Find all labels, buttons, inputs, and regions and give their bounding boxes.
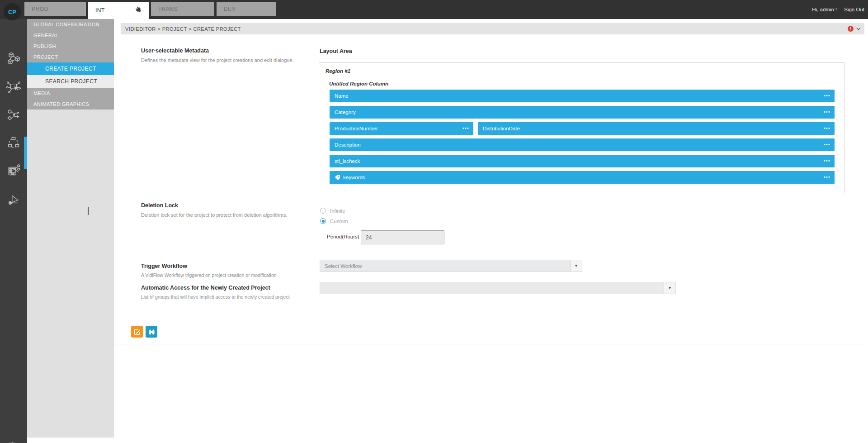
edit-button[interactable] bbox=[131, 326, 143, 338]
dropdown-arrow-icon[interactable]: ▼ bbox=[664, 282, 675, 294]
tag-icon bbox=[335, 175, 340, 181]
form-bottom-divider bbox=[114, 344, 864, 344]
trigger-workflow-title: Trigger Workflow bbox=[141, 263, 187, 269]
deletion-lock-title: Deletion Lock bbox=[141, 202, 178, 209]
env-tab-trans[interactable]: TRANS bbox=[151, 2, 214, 16]
nav-item-animated-graphics[interactable]: ANIMATED GRAPHICS bbox=[27, 99, 114, 110]
auto-access-title: Automatic Access for the Newly Created P… bbox=[141, 285, 270, 291]
top-bar: CP PROD INT TRANS DEV Hi, admin ! Sign O… bbox=[0, 0, 868, 19]
env-tab-dev-label: DEV bbox=[224, 6, 236, 12]
nav-item-global-configuration[interactable]: GLOBAL CONFIGURATION bbox=[27, 19, 114, 30]
nav-item-publish[interactable]: PUBLISH bbox=[27, 41, 114, 52]
error-badge[interactable]: ! bbox=[848, 26, 854, 32]
field-label: ProductionNumber bbox=[335, 126, 378, 131]
region-column-title: Untitled Region Column bbox=[329, 81, 388, 86]
field-menu-dots-icon[interactable] bbox=[824, 93, 830, 98]
metadata-field-stl-ischeck[interactable]: stl_ischeck bbox=[330, 155, 835, 167]
nav-item-search-project[interactable]: SEARCH PROJECT bbox=[27, 75, 114, 88]
field-label: Category bbox=[335, 110, 356, 115]
nav-item-general[interactable]: GENERAL bbox=[27, 30, 114, 41]
field-label: keywords bbox=[343, 175, 365, 180]
radio-custom[interactable] bbox=[320, 218, 326, 224]
trigger-workflow-description: A VidiFlow Workflow triggered on project… bbox=[141, 272, 277, 278]
panel-resize-handle[interactable] bbox=[88, 207, 89, 215]
distribution-cycle-icon[interactable] bbox=[6, 135, 21, 150]
field-label: Name bbox=[335, 93, 349, 99]
metadata-field-name[interactable]: Name bbox=[330, 90, 835, 102]
field-menu-dots-icon[interactable] bbox=[462, 126, 469, 131]
field-label: stl_ischeck bbox=[335, 158, 360, 164]
metadata-section-title: User-selectable Metadata bbox=[141, 48, 209, 54]
radio-infinite[interactable] bbox=[320, 208, 326, 214]
field-label: DistributionDate bbox=[483, 126, 520, 131]
objects-cubes-icon[interactable] bbox=[6, 51, 21, 66]
metadata-field-description[interactable]: Description bbox=[330, 138, 835, 151]
env-tab-int-label: INT bbox=[95, 7, 105, 14]
metadata-row: Description bbox=[330, 138, 835, 151]
env-tab-int[interactable]: INT bbox=[88, 2, 149, 19]
metadata-row: Category bbox=[330, 106, 835, 119]
chevron-down-icon[interactable] bbox=[856, 27, 861, 30]
nav-item-create-project[interactable]: CREATE PROJECT bbox=[27, 62, 114, 75]
layout-area-label: Layout Area bbox=[320, 48, 352, 54]
metadata-field-category[interactable]: Category bbox=[330, 106, 835, 119]
metadata-row: keywords bbox=[330, 171, 835, 184]
period-hours-input[interactable] bbox=[361, 230, 444, 244]
plug-icon bbox=[135, 6, 142, 14]
metadata-section-description: Defines the metadata view for the projec… bbox=[141, 57, 294, 63]
field-menu-dots-icon[interactable] bbox=[824, 175, 830, 180]
workflow-arrows-icon[interactable] bbox=[6, 107, 21, 123]
process-board-icon[interactable] bbox=[6, 79, 21, 95]
radio-infinite-label[interactable]: Infinite bbox=[330, 208, 345, 214]
field-menu-dots-icon[interactable] bbox=[824, 158, 830, 163]
field-menu-dots-icon[interactable] bbox=[824, 110, 830, 114]
settings-gears-icon[interactable] bbox=[6, 438, 21, 443]
env-tab-prod-label: PROD bbox=[32, 6, 48, 12]
app-root: CP PROD INT TRANS DEV Hi, admin ! Sign O… bbox=[0, 0, 868, 443]
config-nav: GLOBAL CONFIGURATION GENERAL PUBLISH PRO… bbox=[27, 19, 114, 438]
breadcrumb-bar: VIDIEDITOR > PROJECT > CREATE PROJECT ! bbox=[121, 23, 864, 34]
binoculars-icon bbox=[148, 329, 155, 335]
metadata-field-list: Name Category ProductionNumber Distribut… bbox=[330, 90, 835, 187]
field-menu-dots-icon[interactable] bbox=[824, 142, 830, 147]
field-menu-dots-icon[interactable] bbox=[824, 126, 830, 131]
metadata-field-distributiondate[interactable]: DistributionDate bbox=[478, 122, 835, 135]
layout-region-box: Region #1 Untitled Region Column Name Ca… bbox=[319, 62, 844, 193]
radio-option-infinite[interactable]: Infinite bbox=[320, 208, 345, 214]
metadata-field-productionnumber[interactable]: ProductionNumber bbox=[330, 122, 473, 135]
env-tab-trans-label: TRANS bbox=[158, 6, 178, 12]
field-label: Description bbox=[335, 142, 361, 148]
rail-active-indicator bbox=[24, 137, 27, 169]
avatar[interactable]: CP bbox=[4, 3, 21, 20]
period-hours-label: Period(Hours) bbox=[327, 234, 359, 239]
metadata-row: ProductionNumber DistributionDate bbox=[330, 122, 835, 135]
dropdown-arrow-icon[interactable]: ▼ bbox=[570, 260, 582, 272]
module-rail bbox=[0, 19, 27, 443]
auto-access-description: List of groups that will have implicit a… bbox=[141, 294, 290, 300]
workflow-select-value: Select Workflow bbox=[325, 263, 362, 269]
user-greeting: Hi, admin ! bbox=[812, 7, 837, 12]
playout-icon[interactable] bbox=[6, 192, 21, 207]
metadata-field-keywords[interactable]: keywords bbox=[330, 171, 835, 184]
breadcrumb: VIDIEDITOR > PROJECT > CREATE PROJECT bbox=[125, 26, 241, 32]
editor-film-scissors-icon[interactable] bbox=[6, 163, 21, 178]
radio-custom-label[interactable]: Custom bbox=[330, 219, 348, 224]
edit-pencil-icon bbox=[134, 329, 141, 335]
env-tab-prod[interactable]: PROD bbox=[24, 2, 86, 16]
access-groups-select[interactable]: ▼ bbox=[320, 282, 676, 294]
nav-item-media[interactable]: MEDIA bbox=[27, 88, 114, 99]
preview-button[interactable] bbox=[146, 326, 157, 338]
workflow-select[interactable]: Select Workflow ▼ bbox=[320, 260, 582, 272]
nav-item-project[interactable]: PROJECT bbox=[27, 52, 114, 62]
metadata-row: Name bbox=[330, 90, 835, 102]
region-title: Region #1 bbox=[326, 68, 350, 74]
radio-option-custom[interactable]: Custom bbox=[320, 218, 348, 224]
deletion-lock-description: Deletion lock set for the project to pro… bbox=[141, 212, 287, 218]
sign-out-link[interactable]: Sign Out bbox=[844, 7, 864, 12]
env-tab-dev[interactable]: DEV bbox=[217, 2, 276, 16]
metadata-row: stl_ischeck bbox=[330, 155, 835, 167]
